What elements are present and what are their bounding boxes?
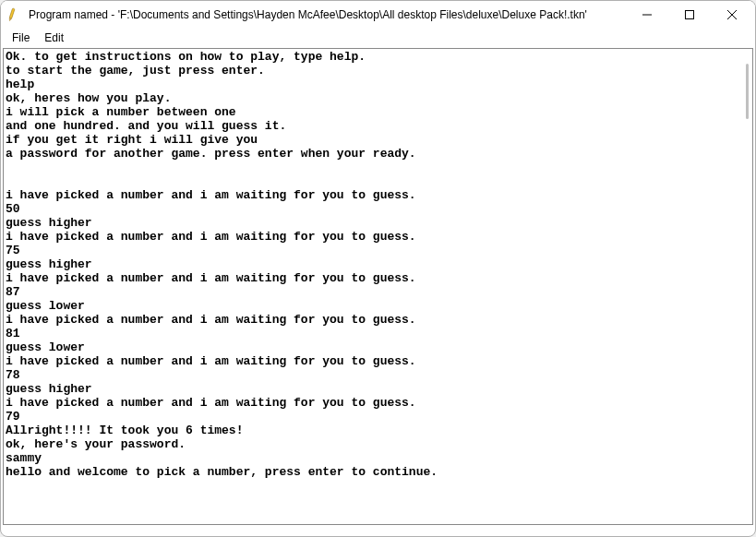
app-icon — [8, 7, 23, 22]
titlebar[interactable]: Program named - 'F:\Documents and Settin… — [1, 1, 755, 29]
menu-edit[interactable]: Edit — [37, 30, 71, 45]
window-controls — [626, 1, 753, 29]
maximize-button[interactable] — [668, 1, 711, 29]
svg-rect-0 — [9, 8, 15, 18]
vertical-scrollbar[interactable] — [738, 49, 752, 524]
svg-rect-3 — [686, 11, 694, 19]
resize-grip-icon[interactable]: ___ — [6, 529, 19, 536]
window-title: Program named - 'F:\Documents and Settin… — [29, 8, 587, 21]
menubar: File Edit — [1, 29, 755, 47]
svg-marker-1 — [8, 18, 11, 21]
minimize-button[interactable] — [626, 1, 668, 29]
content-container: Ok. to get instructions on how to play, … — [3, 48, 753, 525]
close-button[interactable] — [711, 1, 753, 29]
app-window: Program named - 'F:\Documents and Settin… — [0, 0, 756, 537]
console-text[interactable]: Ok. to get instructions on how to play, … — [4, 49, 738, 524]
status-bar: ___ — [1, 527, 755, 536]
scrollbar-thumb[interactable] — [746, 64, 749, 119]
menu-file[interactable]: File — [5, 30, 37, 45]
